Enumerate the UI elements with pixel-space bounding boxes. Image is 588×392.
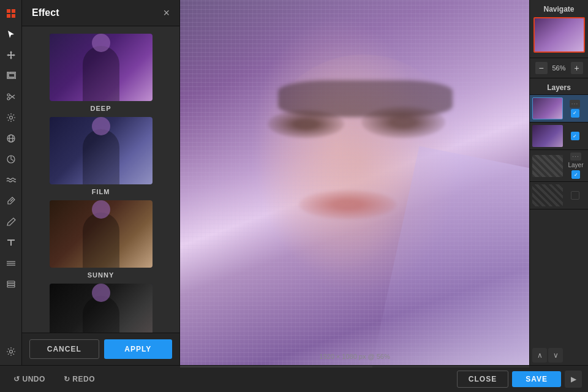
right-panel: Navigate − 56% + Layers ··· ✓ (529, 0, 588, 365)
svg-point-4 (7, 94, 10, 96)
svg-rect-19 (7, 281, 15, 283)
layer-3-name: Layer (564, 162, 587, 169)
layers-section: Layers ··· ✓ ✓ ··· (530, 78, 588, 345)
redo-label: REDO (72, 375, 95, 383)
text-tool-icon[interactable] (2, 234, 20, 251)
layer-2-visibility[interactable]: ✓ (571, 132, 579, 140)
effect-header: Effect × (22, 0, 179, 26)
undo-label: UNDO (23, 375, 45, 383)
settings-tool-icon[interactable] (2, 109, 20, 126)
move-tool-icon[interactable] (2, 47, 20, 64)
scissors-tool-icon[interactable] (2, 88, 20, 105)
effect-close-button[interactable]: × (163, 7, 170, 18)
redo-button[interactable]: ↻ REDO (56, 371, 102, 387)
nav-arrows-area: ∧ ∨ (530, 345, 588, 365)
apply-button[interactable]: APPLY (104, 339, 173, 359)
zoom-value: 56% (550, 64, 568, 72)
zoom-controls: − 56% + (530, 58, 588, 78)
cancel-button[interactable]: CANCEL (29, 339, 99, 359)
layer-3-visibility[interactable]: ✓ (571, 170, 580, 179)
layer-item-2[interactable]: ✓ (530, 123, 588, 150)
effect-thumb-film (50, 117, 153, 184)
eyedropper-tool-icon[interactable] (2, 192, 20, 209)
layer-1-menu[interactable]: ··· (570, 100, 580, 108)
effect-thumb-gritty (50, 284, 153, 333)
svg-rect-3 (12, 14, 15, 18)
layer-2-controls: ✓ (564, 132, 586, 140)
zoom-minus-button[interactable]: − (535, 62, 548, 74)
svg-point-20 (9, 350, 12, 353)
hatch-tool-icon[interactable] (2, 255, 20, 272)
svg-point-8 (9, 116, 12, 119)
cursor-tool-icon[interactable] (2, 26, 20, 43)
effect-label-deep: DEEP (91, 105, 111, 112)
effect-item-film[interactable]: FILM (29, 117, 172, 195)
canvas-status: 1920 × 1080 px @ 56% (319, 353, 390, 360)
pen-tool-icon[interactable] (2, 213, 20, 230)
canvas-image[interactable] (180, 0, 529, 365)
undo-icon: ↺ (13, 375, 20, 383)
effect-footer: CANCEL APPLY (22, 333, 179, 365)
globe-tool-icon[interactable] (2, 130, 20, 147)
waves-tool-icon[interactable] (2, 172, 20, 189)
layer-thumb-2 (532, 125, 563, 147)
layer-thumb-1 (532, 97, 563, 119)
nav-arrows: ∧ ∨ (532, 348, 586, 363)
progress-strip (180, 366, 529, 368)
layer-3-menu[interactable]: ··· (570, 153, 581, 160)
svg-point-5 (7, 97, 10, 100)
layers-tool-icon[interactable] (2, 276, 20, 293)
crop-tool-icon[interactable] (2, 67, 20, 85)
canvas-area: 1920 × 1080 px @ 56% (180, 0, 529, 365)
layer-thumb-4 (532, 184, 563, 206)
redo-icon: ↻ (64, 375, 70, 383)
logo-icon (2, 5, 20, 22)
adjust-tool-icon[interactable] (2, 151, 20, 168)
svg-rect-2 (7, 14, 10, 18)
effect-panel: Effect × DEEP FILM (22, 0, 180, 365)
svg-rect-1 (12, 9, 15, 13)
effect-label-sunny: SUNNY (88, 271, 115, 279)
gear-icon[interactable] (2, 343, 20, 360)
navigate-section: Navigate (530, 0, 588, 58)
effect-item-sunny[interactable]: SUNNY (29, 200, 172, 279)
svg-rect-17 (7, 285, 15, 287)
layer-1-visibility[interactable]: ✓ (571, 109, 579, 118)
layer-4-controls (564, 191, 586, 200)
zoom-plus-button[interactable]: + (571, 62, 583, 74)
undo-button[interactable]: ↺ UNDO (6, 371, 53, 387)
effect-item-gritty[interactable]: GRITTY (29, 284, 172, 333)
layer-item-3[interactable]: ··· Layer ✓ (530, 150, 588, 182)
portrait-background (180, 0, 529, 365)
svg-rect-18 (7, 284, 15, 285)
layers-title: Layers (530, 78, 588, 95)
nav-down-arrow[interactable]: ∨ (548, 348, 563, 363)
layer-thumb-3 (532, 155, 563, 177)
left-toolbar (0, 0, 22, 365)
nav-up-arrow[interactable]: ∧ (532, 348, 547, 363)
effect-list: DEEP FILM SUNNY (22, 26, 179, 333)
navigate-title: Navigate (532, 5, 586, 13)
save-button[interactable]: SAVE (512, 371, 561, 387)
layer-item-1[interactable]: ··· ✓ (530, 95, 588, 123)
svg-line-13 (10, 199, 13, 202)
progress-fill (180, 366, 372, 368)
effect-item-deep[interactable]: DEEP (29, 34, 172, 112)
layer-3-controls: ··· Layer ✓ (564, 153, 587, 179)
layer-1-controls: ··· ✓ (564, 100, 586, 118)
effect-thumb-sunny (50, 200, 153, 268)
expand-button[interactable]: ▶ (565, 371, 582, 388)
close-button[interactable]: CLOSE (457, 371, 508, 388)
svg-rect-0 (7, 9, 10, 13)
effect-thumb-deep (50, 34, 153, 101)
bottom-bar: ↺ UNDO ↻ REDO CLOSE SAVE ▶ (0, 365, 588, 392)
navigate-thumbnail[interactable] (533, 17, 585, 53)
effect-title: Effect (32, 7, 59, 18)
effect-label-film: FILM (92, 188, 110, 195)
layer-item-4[interactable] (530, 182, 588, 209)
layer-4-visibility[interactable] (571, 191, 579, 200)
